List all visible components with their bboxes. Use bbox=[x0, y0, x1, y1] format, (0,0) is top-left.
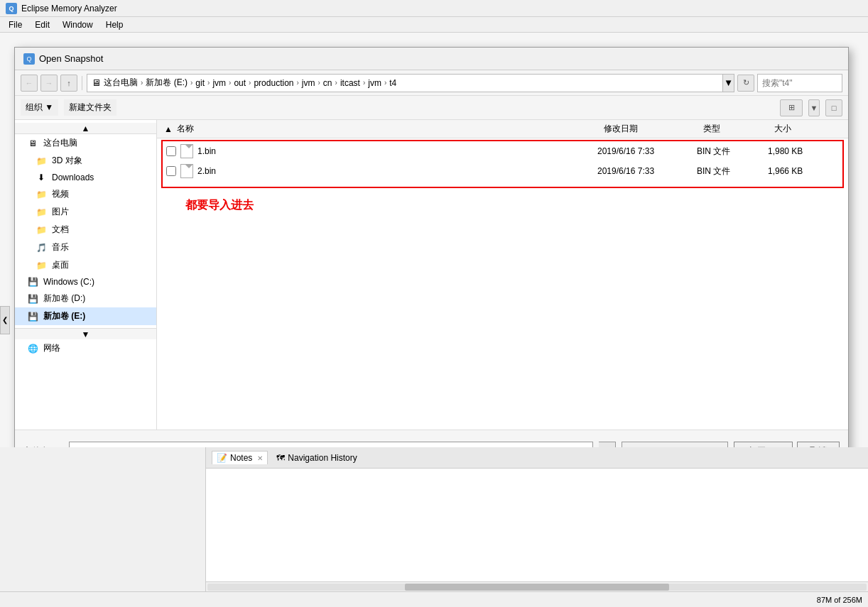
column-header-size[interactable]: 大小 bbox=[771, 123, 842, 135]
panel-content bbox=[206, 469, 868, 591]
dialog-title-bar: Q Open Snapshot bbox=[15, 48, 848, 70]
folder-desktop-icon: 📁 bbox=[35, 261, 48, 270]
file-type-1: BIN 文件 bbox=[697, 146, 768, 158]
folder-downloads-icon: ⬇ bbox=[35, 173, 48, 182]
dialog-content: ▲ 🖥 这台电脑 📁 3D 对象 ⬇ Downloads 📁 视频 bbox=[15, 120, 848, 430]
folder-3d-icon: 📁 bbox=[35, 156, 48, 166]
file-list: 1.bin 2019/6/16 7:33 BIN 文件 1,980 KB 2.b… bbox=[157, 138, 848, 430]
nav-history-tab[interactable]: 🗺 Navigation History bbox=[271, 452, 362, 464]
path-segment-4: out bbox=[234, 78, 246, 88]
notes-tab-icon: 📝 bbox=[217, 453, 227, 463]
path-dropdown-button[interactable]: ▼ bbox=[723, 74, 734, 92]
view-button[interactable]: ⊞ bbox=[780, 99, 803, 116]
nav-history-icon: 🗺 bbox=[276, 453, 285, 463]
sidebar-scroll-up[interactable]: ▲ bbox=[15, 123, 156, 134]
path-segment-0: 这台电脑 bbox=[104, 77, 138, 89]
folder-documents-icon: 📁 bbox=[35, 225, 48, 235]
forward-button[interactable]: → bbox=[40, 75, 58, 92]
annotation-text: 都要导入进去 bbox=[185, 198, 254, 213]
search-input[interactable] bbox=[757, 74, 842, 92]
sort-indicator: ▲ bbox=[163, 120, 174, 138]
column-header-name[interactable]: 名称 bbox=[174, 123, 601, 135]
menu-window[interactable]: Window bbox=[57, 18, 99, 31]
up-button[interactable]: ↑ bbox=[60, 75, 77, 92]
path-bar: 🖥 这台电脑 › 新加卷 (E:) › git › jvm › out › pr… bbox=[87, 74, 723, 92]
notes-tab-label: Notes bbox=[230, 453, 252, 463]
menu-help[interactable]: Help bbox=[100, 18, 129, 31]
dialog-title: Open Snapshot bbox=[39, 53, 103, 64]
sidebar-scroll-down[interactable]: ▼ bbox=[15, 328, 156, 339]
new-folder-button[interactable]: 新建文件夹 bbox=[64, 99, 116, 116]
left-lower-panel bbox=[0, 447, 206, 591]
path-segment-2: git bbox=[195, 78, 205, 88]
notes-tab-close[interactable]: ✕ bbox=[257, 454, 263, 462]
notes-tab[interactable]: 📝 Notes ✕ bbox=[212, 451, 268, 464]
refresh-button[interactable]: ↻ bbox=[737, 75, 754, 92]
file-size-1: 1,980 KB bbox=[768, 146, 839, 156]
eclipse-main: Q Open Snapshot ← → ↑ 🖥 这台电脑 › 新加卷 (E:) … bbox=[0, 33, 868, 607]
file-list-header: ▲ 名称 修改日期 类型 大小 bbox=[157, 120, 848, 138]
file-checkbox-2[interactable] bbox=[166, 166, 176, 176]
dialog-icon: Q bbox=[23, 53, 35, 65]
side-collapse-button[interactable]: ❮ bbox=[0, 306, 10, 334]
path-segment-1: 新加卷 (E:) bbox=[146, 77, 188, 89]
menu-bar: File Edit Window Help bbox=[0, 17, 868, 33]
sidebar-item-desktop[interactable]: 📁 桌面 bbox=[15, 256, 156, 274]
file-checkbox-1[interactable] bbox=[166, 146, 176, 156]
details-view-button[interactable]: ▼ bbox=[808, 99, 820, 116]
sidebar-item-3d[interactable]: 📁 3D 对象 bbox=[15, 152, 156, 170]
sidebar-item-video[interactable]: 📁 视频 bbox=[15, 185, 156, 203]
file-row[interactable]: 2.bin 2019/6/16 7:33 BIN 文件 1,966 KB bbox=[163, 161, 842, 181]
path-segment-9: jvm bbox=[368, 78, 381, 88]
drive-e-icon: 💾 bbox=[26, 312, 39, 322]
organize-button[interactable]: 组织 ▼ bbox=[21, 99, 58, 116]
sidebar-item-drive-d[interactable]: 💾 新加卷 (D:) bbox=[15, 290, 156, 307]
panel-header: 📝 Notes ✕ 🗺 Navigation History bbox=[206, 447, 868, 469]
memory-status: 87M of 256M bbox=[817, 596, 862, 604]
file-list-area: ▲ 名称 修改日期 类型 大小 bbox=[157, 120, 848, 430]
sidebar-item-music[interactable]: 🎵 音乐 bbox=[15, 239, 156, 256]
path-segment-6: jvm bbox=[302, 78, 315, 88]
path-segment-5: production bbox=[254, 78, 293, 88]
open-snapshot-dialog: Q Open Snapshot ← → ↑ 🖥 这台电脑 › 新加卷 (E:) … bbox=[14, 47, 849, 473]
sidebar-item-drive-e[interactable]: 💾 新加卷 (E:) bbox=[15, 307, 156, 325]
app-title: Eclipse Memory Analyzer bbox=[21, 4, 117, 13]
drive-d-icon: 💾 bbox=[26, 294, 39, 304]
back-button[interactable]: ← bbox=[21, 75, 38, 92]
sidebar-item-pictures[interactable]: 📁 图片 bbox=[15, 203, 156, 221]
folder-music-icon: 🎵 bbox=[35, 243, 48, 253]
path-computer-icon: 🖥 bbox=[92, 77, 101, 88]
network-icon: 🌐 bbox=[26, 344, 39, 354]
computer-icon: 🖥 bbox=[26, 138, 39, 148]
sidebar-item-downloads[interactable]: ⬇ Downloads bbox=[15, 170, 156, 185]
preview-button[interactable]: □ bbox=[825, 99, 842, 116]
sidebar-item-drive-c[interactable]: 💾 Windows (C:) bbox=[15, 274, 156, 290]
scrollbar-track bbox=[207, 584, 867, 591]
toolbar-separator bbox=[82, 76, 82, 90]
file-row[interactable]: 1.bin 2019/6/16 7:33 BIN 文件 1,980 KB bbox=[163, 141, 842, 161]
file-name-2: 2.bin bbox=[197, 166, 597, 176]
file-date-1: 2019/6/16 7:33 bbox=[597, 146, 697, 156]
sidebar-item-documents[interactable]: 📁 文档 bbox=[15, 221, 156, 239]
file-name-1: 1.bin bbox=[197, 146, 597, 156]
column-header-date[interactable]: 修改日期 bbox=[601, 123, 700, 135]
path-segment-10: t4 bbox=[389, 78, 396, 88]
organize-toolbar: 组织 ▼ 新建文件夹 ⊞ ▼ □ bbox=[15, 96, 848, 120]
sidebar-item-computer[interactable]: 🖥 这台电脑 bbox=[15, 134, 156, 152]
menu-edit[interactable]: Edit bbox=[29, 18, 55, 31]
sidebar-item-network[interactable]: 🌐 网络 bbox=[15, 339, 156, 357]
lower-panels: 📝 Notes ✕ 🗺 Navigation History bbox=[0, 447, 868, 591]
menu-file[interactable]: File bbox=[3, 18, 28, 31]
app-icon: Q bbox=[6, 3, 17, 14]
path-segment-3: jvm bbox=[212, 78, 226, 88]
path-segment-7: cn bbox=[323, 78, 332, 88]
horizontal-scrollbar bbox=[206, 581, 868, 591]
file-size-2: 1,966 KB bbox=[768, 166, 839, 176]
file-icon-2 bbox=[180, 164, 193, 178]
title-bar: Q Eclipse Memory Analyzer bbox=[0, 0, 868, 17]
path-segment-8: itcast bbox=[340, 78, 360, 88]
file-type-2: BIN 文件 bbox=[697, 165, 768, 177]
sidebar: ▲ 🖥 这台电脑 📁 3D 对象 ⬇ Downloads 📁 视频 bbox=[15, 120, 157, 430]
column-header-type[interactable]: 类型 bbox=[700, 123, 771, 135]
scrollbar-thumb[interactable] bbox=[405, 584, 668, 591]
